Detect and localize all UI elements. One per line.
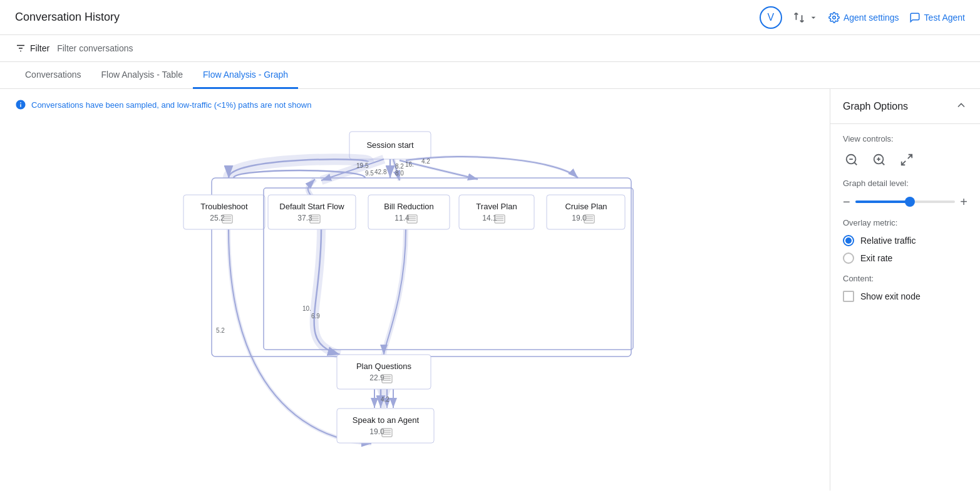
info-icon (15, 99, 26, 110)
svg-text:14.1: 14.1 (482, 214, 497, 222)
page-title: Conversation History (15, 11, 120, 24)
svg-rect-23 (222, 215, 232, 223)
svg-rect-63 (337, 409, 434, 443)
filter-placeholder: Filter conversations (57, 43, 133, 53)
svg-rect-27 (268, 195, 356, 229)
svg-text:Plan Questions: Plan Questions (356, 362, 411, 371)
overlay-metric-section: Overlay metric: Relative traffic Exit ra… (830, 218, 980, 274)
panel-collapse-button[interactable] (955, 99, 967, 113)
svg-text:8.2: 8.2 (395, 163, 404, 170)
sort-button[interactable] (792, 11, 818, 24)
filter-icon (15, 43, 26, 54)
svg-rect-44 (495, 215, 505, 223)
svg-text:Session start: Session start (366, 140, 414, 150)
svg-text:16.: 16. (405, 161, 414, 168)
svg-text:Cruise Plan: Cruise Plan (565, 202, 607, 211)
show-exit-node-option[interactable]: Show exit node (843, 291, 967, 302)
show-exit-node-checkbox[interactable] (843, 291, 854, 302)
exit-rate-label: Exit rate (860, 253, 892, 263)
slider-increase-button[interactable]: + (960, 195, 967, 208)
graph-options-panel: Graph Options View controls: (830, 89, 980, 491)
svg-text:37.3: 37.3 (297, 214, 312, 222)
svg-rect-66 (382, 429, 392, 437)
svg-rect-20 (183, 195, 265, 229)
info-banner: Conversations have been sampled, and low… (15, 99, 815, 110)
svg-text:19.0: 19.0 (572, 214, 587, 222)
svg-text:Troubleshoot: Troubleshoot (200, 202, 248, 211)
zoom-in-button[interactable] (870, 151, 888, 169)
svg-text:19.0: 19.0 (369, 427, 384, 436)
overlay-metric-label: Overlay metric: (843, 218, 967, 227)
svg-text:25.2: 25.2 (210, 214, 225, 222)
svg-line-71 (854, 162, 857, 165)
svg-rect-51 (584, 215, 594, 223)
fit-view-icon (900, 153, 914, 167)
svg-text:Bill Reduction: Bill Reduction (384, 202, 434, 211)
header-actions: V Agent settings Test Agent (760, 6, 965, 29)
svg-text:10.: 10. (302, 305, 311, 312)
exit-rate-option[interactable]: Exit rate (843, 253, 967, 264)
agent-settings-link[interactable]: Agent settings (828, 12, 899, 23)
main-content: Conversations have been sampled, and low… (0, 89, 980, 491)
chevron-up-icon (955, 99, 967, 112)
detail-slider-track[interactable] (855, 201, 956, 203)
graph-detail-section: Graph detail level: − + (830, 179, 980, 218)
slider-thumb[interactable] (905, 197, 915, 207)
svg-rect-37 (407, 215, 417, 223)
svg-rect-34 (368, 195, 450, 229)
exit-rate-radio[interactable] (843, 253, 854, 264)
flow-arrows-svg: Session start (171, 123, 659, 486)
panel-title: Graph Options (843, 101, 908, 112)
content-label: Content: (843, 274, 967, 283)
tab-flow-analysis-table[interactable]: Flow Analysis - Table (91, 62, 193, 89)
svg-rect-41 (459, 195, 534, 229)
tabs-bar: Conversations Flow Analysis - Table Flow… (0, 62, 980, 89)
svg-text:4.2: 4.2 (421, 158, 430, 165)
svg-rect-7 (349, 132, 431, 159)
zoom-out-icon (845, 153, 859, 167)
app-header: Conversation History V Agent settings Te… (0, 0, 980, 35)
svg-text:Speak to an Agent: Speak to an Agent (352, 415, 419, 425)
svg-text:4.2: 4.2 (381, 396, 389, 403)
view-controls-buttons (843, 151, 967, 169)
view-controls-label: View controls: (843, 134, 967, 143)
slider-decrease-button[interactable]: − (843, 195, 850, 208)
svg-text:22.9: 22.9 (369, 373, 384, 382)
relative-traffic-label: Relative traffic (860, 236, 916, 246)
svg-text:Travel Plan: Travel Plan (476, 202, 517, 211)
relative-traffic-option[interactable]: Relative traffic (843, 235, 967, 246)
svg-text:6.9: 6.9 (311, 313, 320, 320)
svg-rect-48 (547, 195, 625, 229)
graph-detail-label: Graph detail level: (843, 179, 967, 188)
view-controls-section: View controls: (830, 124, 980, 179)
overlay-metric-options: Relative traffic Exit rate (843, 235, 967, 264)
content-section: Content: Show exit node (830, 274, 980, 312)
tab-flow-analysis-graph[interactable]: Flow Analysis - Graph (193, 62, 298, 89)
user-avatar[interactable]: V (760, 6, 782, 29)
show-exit-node-label: Show exit node (860, 291, 921, 301)
filter-bar: Filter Filter conversations (0, 35, 980, 62)
svg-text:9.5: 9.5 (365, 170, 374, 177)
test-agent-link[interactable]: Test Agent (909, 12, 965, 23)
filter-button[interactable]: Filter (15, 43, 49, 54)
svg-rect-55 (264, 188, 633, 350)
relative-traffic-radio[interactable] (843, 235, 854, 246)
flow-graph: Session start (171, 123, 659, 486)
fit-view-button[interactable] (898, 151, 916, 169)
svg-rect-6 (212, 178, 631, 357)
svg-rect-56 (337, 355, 431, 389)
tab-conversations[interactable]: Conversations (15, 62, 91, 89)
svg-rect-30 (310, 215, 320, 223)
svg-text:11.4: 11.4 (395, 214, 410, 222)
zoom-in-icon (872, 153, 886, 167)
svg-point-0 (833, 16, 836, 19)
svg-rect-59 (382, 375, 392, 383)
svg-text:Default Start Flow: Default Start Flow (279, 202, 344, 211)
detail-slider-row: − + (843, 195, 967, 208)
svg-text:42.8: 42.8 (374, 169, 387, 175)
svg-line-74 (882, 162, 884, 165)
zoom-out-button[interactable] (843, 151, 860, 169)
graph-area: Conversations have been sampled, and low… (0, 89, 830, 491)
panel-header: Graph Options (830, 89, 980, 124)
svg-text:5.2: 5.2 (216, 327, 225, 334)
